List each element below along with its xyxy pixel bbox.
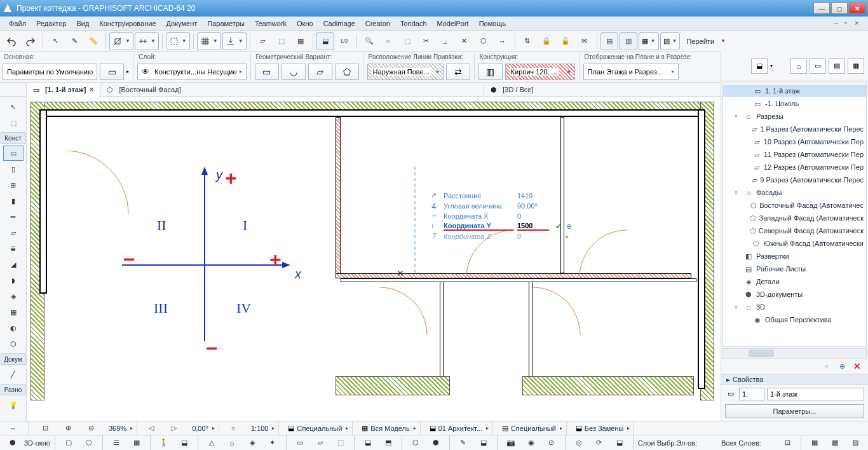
sb-ico13[interactable]: ⬚ <box>332 434 349 451</box>
nav-project-tab[interactable]: ⬓ <box>751 58 768 74</box>
sb-ico4[interactable]: ▦ <box>128 434 146 451</box>
menu-modelport[interactable]: ModelPort <box>432 18 474 29</box>
view-opt-button[interactable]: ▦ <box>292 32 309 50</box>
sb-ico11[interactable]: ▭ <box>291 434 309 451</box>
tree-item[interactable]: ⬠Восточный Фасад (Автоматичес <box>723 199 866 212</box>
sb-ico7[interactable]: △ <box>203 434 220 451</box>
sb-ico6[interactable]: ⬓ <box>175 434 193 451</box>
nav-layout-tab[interactable]: ▤ <box>829 58 845 74</box>
tree-item[interactable]: ▱11 Разрез (Автоматически Пер <box>723 148 866 161</box>
sb-ico29[interactable]: ▨ <box>846 434 864 451</box>
window-tool[interactable]: ⊞ <box>3 177 24 193</box>
sb-ico5[interactable]: 🚶 <box>155 434 173 451</box>
mdi-restore-icon[interactable]: ▫ <box>844 19 853 28</box>
target-icon[interactable]: ⊕ <box>566 222 572 231</box>
menu-window[interactable]: Окно <box>292 18 318 29</box>
tab-plan[interactable]: ▭ [1. 1-й этаж] × <box>27 83 100 97</box>
nav-view-tab[interactable]: ▭ <box>810 58 826 74</box>
column-tool[interactable]: ▮ <box>3 193 24 208</box>
sb-ico27[interactable]: ▦ <box>806 434 824 451</box>
menu-tondach[interactable]: Tondach <box>395 18 432 29</box>
palette2-button[interactable]: ▥ <box>620 32 637 50</box>
sb-ico22[interactable]: ⊙ <box>543 434 560 451</box>
canvas[interactable]: y x I II III IV + + − − ✕ ↗Расстояние141… <box>27 97 721 421</box>
tb-group-document[interactable]: Докум <box>1 353 26 365</box>
nav-field-name[interactable]: 1-й этаж <box>767 388 864 400</box>
geom-straight-icon[interactable]: ▭ <box>255 64 279 80</box>
nav-hscroll[interactable] <box>722 348 867 358</box>
nav-params-button[interactable]: Параметры... <box>725 404 864 418</box>
menu-teamwork[interactable]: Teamwork <box>250 18 292 29</box>
gravity-dropdown[interactable]: ▼ <box>222 32 247 50</box>
tree-item[interactable]: ◧Развертки <box>723 250 866 262</box>
3d-window-label[interactable]: 3D-окно <box>24 439 50 447</box>
sb-ico20[interactable]: 📷 <box>502 434 520 451</box>
tree-item[interactable]: ▤Рабочие Листы <box>723 262 866 275</box>
open-lib-button[interactable]: ○ <box>379 32 397 50</box>
angle-value[interactable]: 0,00°▸ <box>188 421 219 435</box>
shell-tool[interactable]: ◗ <box>3 273 24 288</box>
zoom-value[interactable]: 369%▸ <box>105 421 137 435</box>
find-button[interactable]: 🔍 <box>360 32 378 50</box>
marquee-tool[interactable]: ⬚ <box>3 115 24 130</box>
skylight-tool[interactable]: ◈ <box>3 289 24 304</box>
door-tool[interactable]: ▯ <box>3 161 24 177</box>
spec1-value[interactable]: ⬓Специальный▸ <box>284 421 353 435</box>
sb-ico15[interactable]: ⬒ <box>379 434 397 451</box>
grid-dropdown[interactable]: ▼ <box>197 32 221 50</box>
measure-button[interactable]: 📏 <box>85 32 102 50</box>
navigator-tree[interactable]: ▭1. 1-й этаж▭-1. Цоколь▿⌂Разрезы▱1 Разре… <box>722 83 867 347</box>
model-value[interactable]: ▦Вся Модель▸ <box>358 421 420 435</box>
edit-plane-button[interactable]: ▱ <box>254 32 271 50</box>
ruler-button[interactable]: 1/2 <box>336 32 353 50</box>
guideline-dropdown[interactable]: ▼ <box>109 32 133 50</box>
sb-ico3[interactable]: ☰ <box>107 434 125 451</box>
morph-tool[interactable]: ◐ <box>3 320 24 336</box>
sb-ico19[interactable]: ⬓ <box>475 434 492 451</box>
tree-item[interactable]: ⬠Северный Фасад (Автоматическ <box>723 224 866 237</box>
flip-button[interactable]: ⇄ <box>446 64 470 80</box>
menu-help[interactable]: Помощь <box>474 18 512 29</box>
info-construct-input[interactable]: Кирпич 120, ...▸ <box>505 64 575 80</box>
tree-item[interactable]: ⬢3D-документы <box>723 288 866 301</box>
release-button[interactable]: 🔓 <box>557 32 574 50</box>
geom-trap-icon[interactable]: ▱ <box>308 64 332 80</box>
tree-item[interactable]: ▱1 Разрез (Автоматически Перес <box>723 123 866 135</box>
tree-item[interactable]: ▭1. 1-й этаж <box>723 85 866 97</box>
sb-ico25[interactable]: ⬓ <box>611 434 628 451</box>
info-snap-input[interactable]: Наружная Пове...▸ <box>367 64 444 80</box>
sb-ico28[interactable]: ▩ <box>826 434 844 451</box>
share-button[interactable]: ⇅ <box>519 32 536 50</box>
sb-ico12[interactable]: ▱ <box>311 434 329 451</box>
tree-item[interactable]: ▿⌂Фасады <box>723 186 866 199</box>
arch-value[interactable]: ⬓01 Архитект...▸ <box>426 421 493 435</box>
arrow-tool[interactable]: ↖ <box>3 99 24 114</box>
nozam-value[interactable]: ⬓Без Замены▸ <box>572 421 635 435</box>
curtain-tool[interactable]: ▦ <box>3 304 24 320</box>
nav-home-tab[interactable]: ⌂ <box>790 58 807 74</box>
menu-editor[interactable]: Редактор <box>31 18 71 29</box>
palette1-button[interactable]: ▤ <box>600 32 618 50</box>
slab-tool[interactable]: ▱ <box>3 225 24 240</box>
light-tool[interactable]: 💡 <box>3 397 24 412</box>
nav-publisher-tab[interactable]: ▦ <box>848 58 864 74</box>
tb-group-construct[interactable]: Конст <box>1 132 26 144</box>
construct-type-icon[interactable]: ▥ <box>478 64 503 80</box>
sb-ico17[interactable]: ⬢ <box>427 434 445 451</box>
nav-props-header[interactable]: ▸ Свойства <box>721 374 868 385</box>
geom-poly-icon[interactable]: ⬠ <box>335 64 359 80</box>
snap-dropdown[interactable]: ▼ <box>135 32 159 50</box>
wall-tool[interactable]: ▭ <box>3 146 24 161</box>
geom-curved-icon[interactable]: ◡ <box>281 64 306 80</box>
tree-item[interactable]: ◉Общая Перспектива <box>723 313 866 326</box>
check-icon[interactable]: ✔ <box>555 222 561 231</box>
undo-button[interactable] <box>3 32 20 50</box>
intersect-button[interactable]: ✕ <box>456 32 473 50</box>
mdi-close-icon[interactable]: × <box>855 19 864 28</box>
line-tool[interactable]: ╱ <box>3 367 24 382</box>
mdi-minimize-icon[interactable]: − <box>834 19 843 28</box>
nav-add-icon[interactable]: ⊕ <box>836 361 848 371</box>
tree-item[interactable]: ▿⌂Разрезы <box>723 110 866 123</box>
3d-button[interactable]: ⬢ <box>4 434 22 451</box>
menu-view[interactable]: Вид <box>71 18 94 29</box>
